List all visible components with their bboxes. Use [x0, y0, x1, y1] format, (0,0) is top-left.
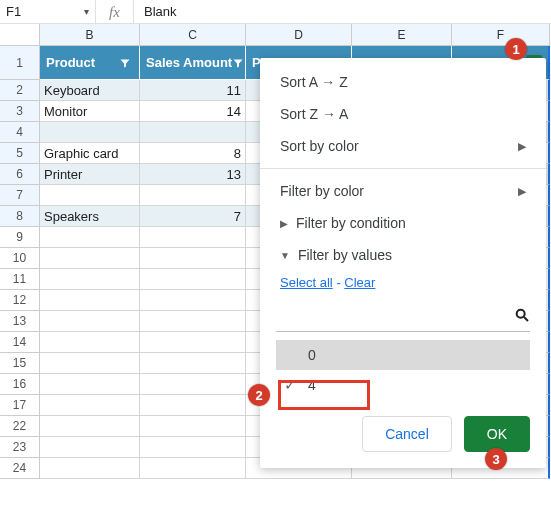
- menu-sort-za[interactable]: Sort Z → A: [260, 98, 546, 130]
- row-number[interactable]: 17: [0, 395, 40, 416]
- cell[interactable]: 8: [140, 143, 246, 164]
- cell[interactable]: [140, 185, 246, 206]
- row-number[interactable]: 8: [0, 206, 40, 227]
- row-number[interactable]: 13: [0, 311, 40, 332]
- row-number[interactable]: 22: [0, 416, 40, 437]
- row-number[interactable]: 3: [0, 101, 40, 122]
- callout-1: 1: [505, 38, 527, 60]
- value-label: 0: [308, 347, 316, 363]
- row-number[interactable]: 14: [0, 332, 40, 353]
- cell[interactable]: [40, 311, 140, 332]
- cell[interactable]: [140, 269, 246, 290]
- callout-2: 2: [248, 384, 270, 406]
- cell[interactable]: [40, 416, 140, 437]
- cell[interactable]: Printer: [40, 164, 140, 185]
- cell[interactable]: [140, 248, 246, 269]
- cell[interactable]: [140, 227, 246, 248]
- cell[interactable]: 13: [140, 164, 246, 185]
- cell[interactable]: Keyboard: [40, 80, 140, 101]
- menu-sort-az[interactable]: Sort A → Z: [260, 66, 546, 98]
- cell[interactable]: Graphic card: [40, 143, 140, 164]
- header-cell-product[interactable]: Product: [40, 46, 140, 80]
- col-header-f[interactable]: F: [452, 24, 550, 46]
- cell[interactable]: [40, 248, 140, 269]
- row-number[interactable]: 6: [0, 164, 40, 185]
- cell[interactable]: [140, 332, 246, 353]
- menu-sort-color[interactable]: Sort by color▶: [260, 130, 546, 162]
- cell[interactable]: [140, 290, 246, 311]
- row-number[interactable]: 1: [0, 46, 40, 80]
- header-cell-sales-amount[interactable]: Sales Amount: [140, 46, 246, 80]
- formula-bar-value[interactable]: Blank: [134, 4, 177, 19]
- ok-button[interactable]: OK: [464, 416, 530, 452]
- cell[interactable]: [140, 374, 246, 395]
- cell[interactable]: [40, 290, 140, 311]
- cell[interactable]: [140, 458, 246, 479]
- row-number[interactable]: 16: [0, 374, 40, 395]
- row-number[interactable]: 15: [0, 353, 40, 374]
- cell[interactable]: [40, 269, 140, 290]
- chevron-down-icon: ▾: [84, 6, 89, 17]
- callout-3: 3: [485, 448, 507, 470]
- cell[interactable]: 11: [140, 80, 246, 101]
- filter-value-0[interactable]: 0: [276, 340, 530, 370]
- row-number[interactable]: 24: [0, 458, 40, 479]
- cell[interactable]: [40, 374, 140, 395]
- filter-buttons: Cancel OK: [260, 400, 546, 456]
- cell[interactable]: Speakers: [40, 206, 140, 227]
- cell[interactable]: [140, 437, 246, 458]
- row-number[interactable]: 12: [0, 290, 40, 311]
- cell[interactable]: [40, 437, 140, 458]
- cell[interactable]: [140, 122, 246, 143]
- clear-link[interactable]: Clear: [344, 275, 375, 290]
- filter-icon[interactable]: [232, 55, 244, 71]
- cell[interactable]: [40, 227, 140, 248]
- filter-value-list: 0 ✓ 4: [260, 340, 546, 400]
- cell[interactable]: [40, 332, 140, 353]
- filter-value-4[interactable]: ✓ 4: [276, 370, 530, 400]
- menu-filter-condition[interactable]: ▶Filter by condition: [260, 207, 546, 239]
- row-number[interactable]: 23: [0, 437, 40, 458]
- cell[interactable]: 14: [140, 101, 246, 122]
- filter-links: Select all - Clear: [260, 271, 546, 298]
- menu-label: Sort A → Z: [280, 74, 348, 90]
- row-number[interactable]: 4: [0, 122, 40, 143]
- cell[interactable]: [40, 185, 140, 206]
- cell[interactable]: [40, 458, 140, 479]
- col-header-e[interactable]: E: [352, 24, 452, 46]
- name-box[interactable]: F1 ▾: [0, 0, 96, 24]
- menu-filter-color[interactable]: Filter by color▶: [260, 175, 546, 207]
- filter-search-input[interactable]: [276, 308, 514, 326]
- select-all-link[interactable]: Select all: [280, 275, 333, 290]
- cell[interactable]: [140, 416, 246, 437]
- row-number[interactable]: 9: [0, 227, 40, 248]
- cell[interactable]: [140, 353, 246, 374]
- cell[interactable]: [40, 353, 140, 374]
- cell[interactable]: 7: [140, 206, 246, 227]
- menu-filter-values[interactable]: ▼Filter by values: [260, 239, 546, 271]
- row-number[interactable]: 7: [0, 185, 40, 206]
- row-number[interactable]: 10: [0, 248, 40, 269]
- filter-icon[interactable]: [117, 55, 133, 71]
- filter-search[interactable]: [276, 302, 530, 332]
- cell[interactable]: [140, 395, 246, 416]
- fx-icon: fx: [96, 0, 134, 24]
- cancel-button[interactable]: Cancel: [362, 416, 452, 452]
- filter-menu: Sort A → Z Sort Z → A Sort by color▶ Fil…: [260, 58, 546, 468]
- cell[interactable]: [40, 395, 140, 416]
- col-header-d[interactable]: D: [246, 24, 352, 46]
- row-number[interactable]: 11: [0, 269, 40, 290]
- menu-label: Filter by condition: [296, 215, 406, 231]
- col-header-c[interactable]: C: [140, 24, 246, 46]
- select-all-corner[interactable]: [0, 24, 40, 46]
- cell[interactable]: Monitor: [40, 101, 140, 122]
- menu-label: Sort Z → A: [280, 106, 348, 122]
- cell[interactable]: [140, 311, 246, 332]
- check-icon: ✓: [284, 376, 308, 394]
- chevron-right-icon: ▶: [518, 140, 526, 153]
- row-number[interactable]: 2: [0, 80, 40, 101]
- row-number[interactable]: 5: [0, 143, 40, 164]
- cell[interactable]: [40, 122, 140, 143]
- triangle-right-icon: ▶: [280, 218, 288, 229]
- col-header-b[interactable]: B: [40, 24, 140, 46]
